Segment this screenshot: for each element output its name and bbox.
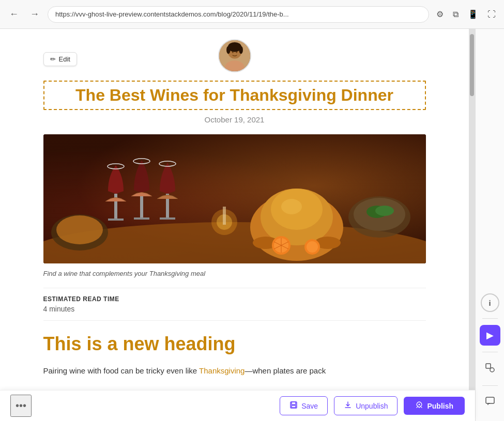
svg-rect-40 [486,364,491,368]
fullscreen-icon[interactable]: ⛶ [485,8,498,21]
browser-icons: ⚙ ⧉ 📱 ⛶ [434,7,498,21]
rocket-icon [415,401,423,411]
svg-rect-44 [292,402,296,404]
svg-point-41 [490,368,494,372]
bottom-toolbar: ••• Save Unpublish [0,390,475,421]
save-button[interactable]: Save [280,396,328,415]
page-content: ✏ Edit The Best Wines for Thanksgiving D… [12,29,457,421]
scrollbar-thumb[interactable] [470,34,474,96]
svg-point-30 [307,241,318,253]
article-title[interactable]: The Best Wines for Thanksgiving Dinner [43,81,426,110]
article-image [43,134,426,263]
address-bar[interactable]: https://vvv-ghost-live-preview.contentst… [48,6,429,23]
back-button[interactable]: ← [6,7,22,22]
chat-icon [485,396,495,409]
avatar-image [219,40,250,71]
svg-point-5 [239,46,243,54]
mobile-preview-icon[interactable]: 📱 [466,7,480,21]
article-body: Pairing wine with food can be tricky eve… [43,364,426,378]
svg-rect-19 [108,219,124,221]
article-date: October 19, 2021 [43,115,426,124]
avatar-container [43,39,426,72]
svg-point-4 [226,46,231,54]
publish-button[interactable]: Publish [404,397,465,415]
main-layout: ✏ Edit The Best Wines for Thanksgiving D… [0,29,504,421]
article-image-container [43,134,426,263]
play-icon: ▶ [486,330,494,341]
external-link-icon[interactable]: ⧉ [451,8,461,21]
svg-point-6 [232,52,233,53]
thanksgiving-link[interactable]: Thanksgiving [199,366,245,375]
unpublish-button[interactable]: Unpublish [334,396,398,415]
chat-button[interactable] [480,392,500,413]
svg-point-46 [419,404,420,406]
svg-rect-42 [486,397,494,403]
browser-chrome: ← → https://vvv-ghost-live-preview.conte… [0,0,504,29]
pencil-icon: ✏ [50,55,56,63]
divider-1 [482,318,498,319]
svg-rect-25 [160,217,175,220]
unpublish-icon [344,401,352,411]
more-options-button[interactable]: ••• [10,395,32,417]
play-button[interactable]: ▶ [480,325,500,346]
svg-rect-21 [140,193,143,219]
read-time-section: ESTIMATED READ TIME 4 minutes [43,288,426,321]
content-area: ✏ Edit The Best Wines for Thanksgiving D… [0,29,469,421]
image-caption: Find a wine that complements your Thanks… [43,270,426,277]
svg-point-17 [281,199,302,214]
svg-rect-45 [292,406,296,408]
settings-icon[interactable]: ⚙ [434,7,446,21]
right-panel: i ▶ [475,29,504,421]
shapes-button[interactable] [480,358,500,379]
forward-button[interactable]: → [27,7,42,22]
scrollbar-track[interactable] [469,29,475,421]
svg-rect-39 [223,207,226,225]
divider-2 [482,352,498,352]
svg-point-7 [236,52,237,53]
read-time-label: ESTIMATED READ TIME [43,295,426,303]
read-time-value: 4 minutes [43,305,426,313]
new-heading: This is a new heading [43,333,426,355]
svg-point-34 [375,206,394,216]
svg-rect-22 [134,217,149,220]
avatar [218,39,251,72]
shapes-icon [485,363,495,376]
divider-3 [482,385,498,386]
info-button[interactable]: i [481,293,499,312]
save-icon [289,401,298,411]
edit-button[interactable]: ✏ Edit [43,52,77,66]
svg-point-36 [56,215,103,244]
